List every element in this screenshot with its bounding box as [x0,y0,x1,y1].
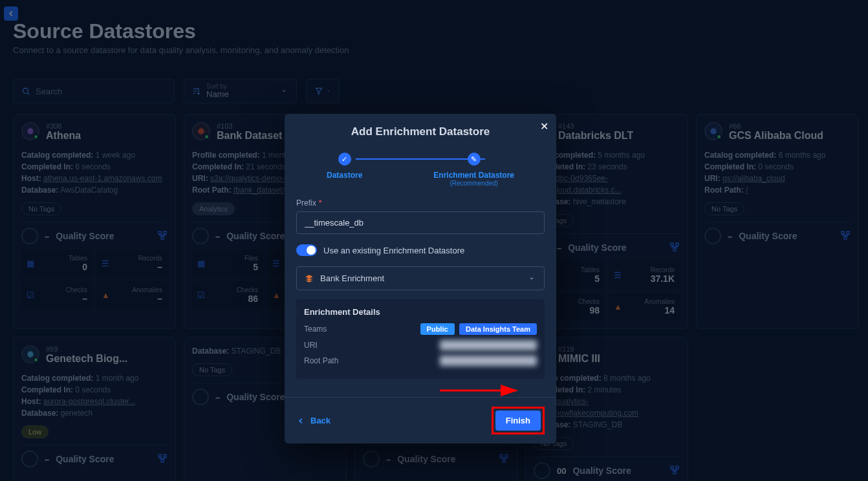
step-enrichment[interactable]: ✎ Enrichment Datastore (Recommended) [433,153,514,187]
prefix-input[interactable] [296,211,545,234]
databricks-icon [305,274,314,283]
back-button[interactable]: Back [296,416,331,425]
add-enrichment-modal: ✕ Add Enrichment Datastore ✓ Datastore ✎… [285,114,556,444]
finish-button[interactable]: Finish [495,411,541,431]
chevron-left-icon [296,416,305,425]
chevron-down-icon [527,274,536,283]
enrichment-details: Enrichment Details Teams Public Data Ins… [296,299,545,379]
stepper: ✓ Datastore ✎ Enrichment Datastore (Reco… [285,144,556,198]
teams-label: Teams [304,325,327,334]
step-datastore[interactable]: ✓ Datastore [327,153,362,187]
pill-team: Data Insights Team [459,323,537,335]
toggle-label: Use an existing Enrichment Datastore [323,246,464,255]
pill-public: Public [420,323,455,335]
blurred-value [440,356,537,366]
close-button[interactable]: ✕ [540,120,548,133]
annotation-highlight: Finish [492,407,545,434]
uri-label: URI [304,341,318,350]
check-icon: ✓ [338,153,351,166]
modal-title: Add Enrichment Datastore [285,114,556,144]
prefix-label: Prefix* [296,198,545,208]
pencil-icon: ✎ [468,153,481,166]
use-existing-toggle[interactable] [296,244,317,256]
blurred-value [440,340,537,350]
enrichment-select[interactable]: Bank Enrichment [296,266,545,290]
root-path-label: Root Path [304,356,338,365]
